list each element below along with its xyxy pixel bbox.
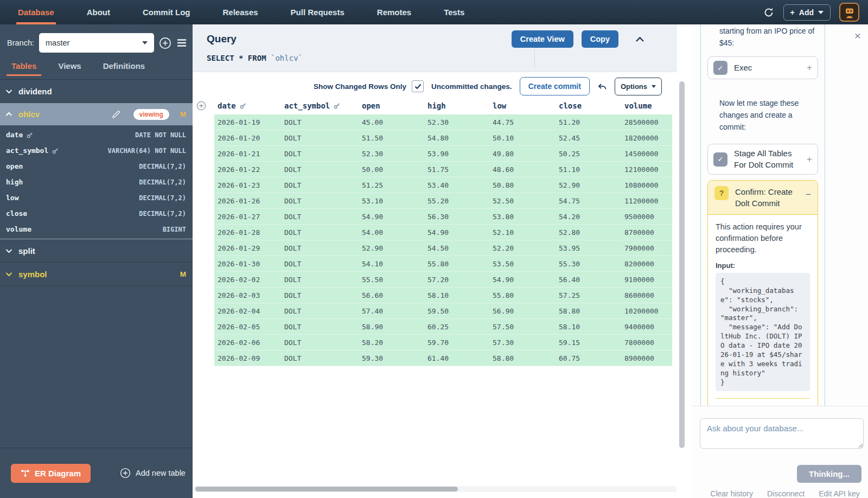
sql-editor[interactable]: SELECT * FROM `ohlcv` bbox=[207, 54, 644, 62]
stage-tables-tool-card[interactable]: ✓ Stage All Tables For Dolt Commit + bbox=[707, 144, 818, 175]
table-cell[interactable]: 55.80 bbox=[493, 291, 559, 299]
table-cell[interactable]: 58.10 bbox=[427, 291, 493, 299]
table-row[interactable]: 2026-02-03DOLT56.6058.1055.8057.25860000… bbox=[214, 288, 672, 303]
table-cell[interactable]: 2026-01-22 bbox=[218, 165, 284, 174]
table-cell[interactable]: 61.40 bbox=[427, 354, 493, 362]
table-cell[interactable]: 55.20 bbox=[427, 197, 493, 205]
nav-item-database[interactable]: Database bbox=[18, 0, 54, 24]
table-row[interactable]: 2026-02-02DOLT55.5057.2054.9056.40910000… bbox=[214, 272, 672, 288]
nav-item-releases[interactable]: Releases bbox=[223, 0, 258, 24]
table-cell[interactable]: 54.50 bbox=[427, 244, 493, 252]
table-cell[interactable]: 51.75 bbox=[427, 165, 493, 174]
table-cell[interactable]: 54.75 bbox=[559, 197, 624, 205]
sidebar-item-ohlcv[interactable]: ohlcv viewing M bbox=[0, 103, 193, 125]
table-cell[interactable]: 2026-02-05 bbox=[218, 323, 284, 331]
horizontal-scrollbar[interactable] bbox=[193, 486, 676, 492]
sidebar-item-split[interactable]: split bbox=[0, 239, 193, 263]
table-cell[interactable]: 51.10 bbox=[559, 165, 624, 174]
table-cell[interactable]: 11200000 bbox=[624, 197, 672, 205]
table-cell[interactable]: 59.70 bbox=[427, 339, 493, 347]
table-cell[interactable]: 50.25 bbox=[559, 150, 624, 158]
table-cell[interactable]: 9100000 bbox=[624, 276, 672, 284]
table-cell[interactable]: 2026-01-23 bbox=[218, 181, 284, 189]
table-row[interactable]: 2026-01-28DOLT54.0054.9052.1052.80870000… bbox=[214, 225, 672, 240]
table-cell[interactable]: 53.10 bbox=[362, 197, 427, 205]
table-cell[interactable]: 50.10 bbox=[493, 134, 559, 142]
undo-icon[interactable] bbox=[597, 82, 607, 91]
table-cell[interactable]: 8900000 bbox=[624, 354, 672, 362]
close-icon[interactable]: × bbox=[854, 30, 861, 41]
table-cell[interactable]: 52.50 bbox=[493, 197, 559, 205]
table-row[interactable]: 2026-01-21DOLT52.3053.9049.8050.25145000… bbox=[214, 146, 672, 162]
table-cell[interactable]: 54.90 bbox=[362, 213, 427, 221]
table-cell[interactable]: 58.90 bbox=[362, 323, 427, 331]
column-header-date[interactable]: date bbox=[218, 101, 284, 110]
create-view-button[interactable]: Create View bbox=[512, 30, 573, 48]
table-cell[interactable]: 53.40 bbox=[427, 181, 493, 189]
column-header-act-symbol[interactable]: act_symbol bbox=[284, 101, 362, 110]
table-cell[interactable]: 2026-02-09 bbox=[218, 354, 284, 362]
table-cell[interactable]: 58.80 bbox=[559, 307, 624, 315]
er-diagram-button[interactable]: ER Diagram bbox=[11, 464, 91, 483]
table-cell[interactable]: 52.30 bbox=[427, 118, 493, 126]
column-header-close[interactable]: close bbox=[559, 101, 624, 110]
table-cell[interactable]: 52.20 bbox=[493, 244, 559, 252]
edit-api-key-link[interactable]: Edit API key bbox=[819, 489, 859, 498]
table-cell[interactable]: DOLT bbox=[284, 197, 362, 205]
table-row[interactable]: 2026-01-22DOLT50.0051.7548.6051.10121000… bbox=[214, 162, 672, 177]
table-cell[interactable]: DOLT bbox=[284, 213, 362, 221]
table-cell[interactable]: 58.80 bbox=[493, 354, 559, 362]
table-row[interactable]: 2026-02-05DOLT58.9060.2557.5058.10940000… bbox=[214, 319, 672, 335]
table-row[interactable]: 2026-02-04DOLT57.4059.5056.9058.80102000… bbox=[214, 303, 672, 319]
vertical-scrollbar[interactable] bbox=[679, 79, 685, 483]
table-cell[interactable]: DOLT bbox=[284, 260, 362, 268]
table-cell[interactable]: DOLT bbox=[284, 244, 362, 252]
table-cell[interactable]: 8700000 bbox=[624, 228, 672, 237]
exec-tool-card[interactable]: ✓ Exec + bbox=[707, 56, 818, 79]
table-cell[interactable]: 9500000 bbox=[624, 213, 672, 221]
table-row[interactable]: 2026-01-27DOLT54.9056.3053.8054.20950000… bbox=[214, 209, 672, 225]
table-cell[interactable]: DOLT bbox=[284, 165, 362, 174]
table-cell[interactable]: 2026-01-27 bbox=[218, 213, 284, 221]
ask-input[interactable] bbox=[700, 418, 864, 449]
nav-item-about[interactable]: About bbox=[87, 0, 110, 24]
nav-item-pull-requests[interactable]: Pull Requests bbox=[291, 0, 344, 24]
add-new-table-button[interactable]: Add new table bbox=[120, 468, 186, 478]
vertical-scrollbar-thumb[interactable] bbox=[679, 81, 685, 448]
table-cell[interactable]: 59.30 bbox=[362, 354, 427, 362]
assistant-avatar-button[interactable] bbox=[839, 3, 859, 22]
table-cell[interactable]: 54.10 bbox=[362, 260, 427, 268]
table-cell[interactable]: 51.50 bbox=[362, 134, 427, 142]
edit-table-icon[interactable] bbox=[112, 110, 120, 119]
table-cell[interactable]: 9400000 bbox=[624, 323, 672, 331]
table-cell[interactable]: 60.75 bbox=[559, 354, 624, 362]
table-cell[interactable]: 44.75 bbox=[493, 118, 559, 126]
nav-item-tests[interactable]: Tests bbox=[444, 0, 464, 24]
create-commit-button[interactable]: Create commit bbox=[520, 77, 590, 95]
table-cell[interactable]: 59.50 bbox=[427, 307, 493, 315]
table-row[interactable]: 2026-02-09DOLT59.3061.4058.8060.75890000… bbox=[214, 350, 672, 366]
table-cell[interactable]: 54.00 bbox=[362, 228, 427, 237]
table-cell[interactable]: 57.50 bbox=[493, 323, 559, 331]
table-cell[interactable]: 57.40 bbox=[362, 307, 427, 315]
table-cell[interactable]: 57.20 bbox=[427, 276, 493, 284]
tab-views[interactable]: Views bbox=[58, 61, 81, 76]
add-button[interactable]: + Add bbox=[783, 4, 831, 21]
table-cell[interactable]: 2026-02-03 bbox=[218, 291, 284, 299]
table-cell[interactable]: DOLT bbox=[284, 134, 362, 142]
refresh-icon[interactable] bbox=[763, 7, 775, 18]
table-cell[interactable]: DOLT bbox=[284, 339, 362, 347]
minimize-icon[interactable]: − bbox=[806, 190, 811, 199]
clear-history-link[interactable]: Clear history bbox=[710, 489, 753, 498]
show-changed-checkbox[interactable] bbox=[412, 80, 424, 92]
table-cell[interactable]: DOLT bbox=[284, 118, 362, 126]
collapse-query-icon[interactable] bbox=[635, 36, 644, 42]
table-cell[interactable]: 58.10 bbox=[559, 323, 624, 331]
tab-definitions[interactable]: Definitions bbox=[103, 61, 145, 76]
table-row[interactable]: 2026-01-23DOLT51.2553.4050.8052.90108000… bbox=[214, 177, 672, 193]
disconnect-link[interactable]: Disconnect bbox=[767, 489, 805, 498]
table-cell[interactable]: DOLT bbox=[284, 276, 362, 284]
expand-icon[interactable]: + bbox=[807, 154, 812, 165]
table-row[interactable]: 2026-01-19DOLT45.0052.3044.7551.20285000… bbox=[214, 114, 672, 130]
column-header-high[interactable]: high bbox=[427, 101, 493, 110]
